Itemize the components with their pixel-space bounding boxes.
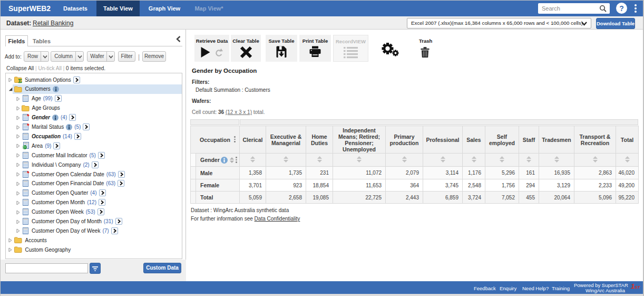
svg-text:Σ: Σ <box>18 78 22 83</box>
